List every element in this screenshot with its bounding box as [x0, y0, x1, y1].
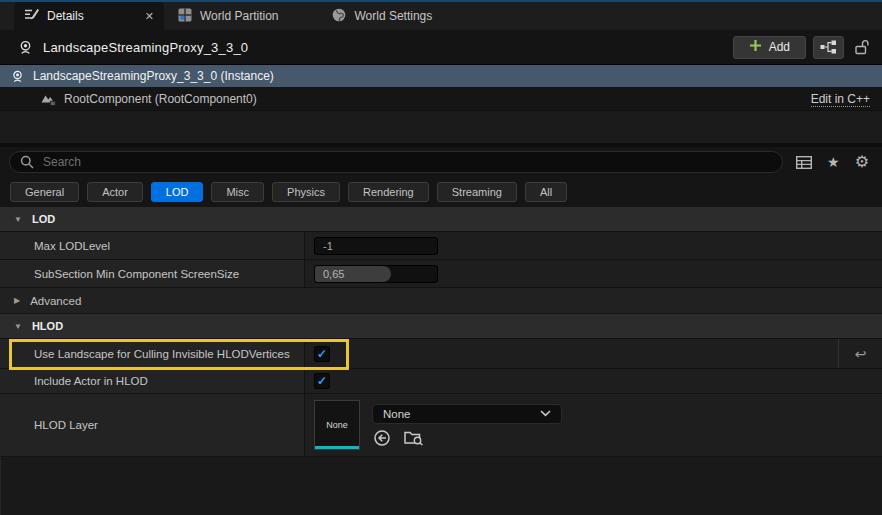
hierarchy-icon	[820, 40, 837, 54]
chevron-down-icon	[540, 410, 551, 417]
advanced-expander[interactable]: ▶ Advanced	[0, 288, 882, 314]
tab-label: World Partition	[200, 9, 278, 23]
property-label: Use Landscape for Culling Invisible HLOD…	[0, 339, 305, 368]
component-hierarchy-button[interactable]	[813, 36, 844, 59]
use-selected-asset-icon[interactable]	[373, 429, 391, 447]
search-box[interactable]	[9, 151, 783, 173]
filter-general[interactable]: General	[10, 182, 79, 202]
landscape-component-icon	[41, 93, 56, 106]
tab-label: Details	[47, 9, 84, 23]
category-filter-row: General Actor LOD Misc Physics Rendering…	[0, 177, 882, 207]
tree-row-root-component[interactable]: RootComponent (RootComponent0) Edit in C…	[0, 88, 882, 111]
close-icon[interactable]: ✕	[145, 10, 154, 23]
use-landscape-checkbox[interactable]: ✓	[314, 346, 330, 362]
tab-details[interactable]: Details ✕	[14, 2, 164, 30]
property-label: SubSection Min Component ScreenSize	[0, 260, 305, 287]
property-row-subsection-min: SubSection Min Component ScreenSize 0,65	[0, 260, 882, 288]
hlod-layer-thumbnail[interactable]: None	[314, 400, 360, 450]
asset-buttons	[372, 429, 562, 447]
world-partition-icon	[178, 8, 192, 25]
reset-arrow-icon: ↩	[855, 346, 867, 362]
slider-value: 0,65	[323, 268, 344, 280]
property-label: Max LODLevel	[0, 232, 305, 259]
tab-bar: Details ✕ World Partition World Settings	[0, 2, 882, 30]
filter-rendering[interactable]: Rendering	[348, 182, 429, 202]
property-row-include-actor-hlod: Include Actor in HLOD ✓	[0, 369, 882, 394]
edit-in-cpp-link[interactable]: Edit in C++	[811, 92, 870, 107]
tab-world-partition[interactable]: World Partition	[164, 2, 292, 30]
check-icon: ✓	[317, 374, 327, 388]
section-title: HLOD	[32, 320, 63, 332]
filter-all[interactable]: All	[525, 182, 567, 202]
settings-gear-icon[interactable]: ⚙	[855, 154, 869, 170]
filter-streaming[interactable]: Streaming	[437, 182, 517, 202]
chevron-down-icon: ▼	[14, 215, 22, 224]
tab-label: World Settings	[354, 9, 432, 23]
chevron-right-icon: ▶	[14, 296, 20, 305]
details-header: LandscapeStreamingProxy_3_3_0 Add	[0, 30, 882, 64]
add-button[interactable]: Add	[733, 36, 806, 59]
property-label: HLOD Layer	[0, 394, 305, 456]
favorites-star-icon[interactable]: ★	[827, 155, 840, 169]
browse-to-asset-icon[interactable]	[404, 429, 424, 446]
display-grid-icon[interactable]	[796, 156, 812, 169]
filter-physics[interactable]: Physics	[272, 182, 340, 202]
section-title: LOD	[32, 213, 55, 225]
check-icon: ✓	[317, 347, 327, 361]
filter-misc[interactable]: Misc	[211, 182, 264, 202]
search-icon	[20, 155, 34, 169]
section-header-lod[interactable]: ▼ LOD	[0, 207, 882, 232]
tab-world-settings[interactable]: World Settings	[318, 2, 446, 30]
component-tree: LandscapeStreamingProxy_3_3_0 (Instance)…	[0, 64, 882, 143]
property-row-use-landscape-culling: Use Landscape for Culling Invisible HLOD…	[0, 339, 882, 369]
dropdown-value: None	[383, 408, 411, 420]
filter-lod[interactable]: LOD	[151, 182, 204, 202]
property-grid: ▼ LOD Max LODLevel SubSection Min Compon…	[0, 207, 882, 515]
property-row-hlod-layer: HLOD Layer None None	[0, 394, 882, 457]
max-lod-level-input[interactable]	[314, 237, 438, 255]
details-tab-icon	[24, 8, 39, 24]
plus-icon	[749, 39, 762, 55]
empty-area	[0, 457, 882, 515]
property-row-max-lod-level: Max LODLevel	[0, 232, 882, 260]
hlod-layer-dropdown[interactable]: None	[372, 404, 562, 424]
filter-actor[interactable]: Actor	[87, 182, 143, 202]
reset-to-default-button[interactable]: ↩	[838, 339, 882, 368]
search-toolbar: ★ ⚙	[796, 154, 869, 170]
section-header-hlod[interactable]: ▼ HLOD	[0, 314, 882, 339]
unlock-icon[interactable]	[855, 39, 869, 55]
chevron-down-icon: ▼	[14, 322, 22, 331]
search-row: ★ ⚙	[0, 147, 882, 177]
actor-icon	[18, 40, 33, 55]
selected-actor-title: LandscapeStreamingProxy_3_3_0	[43, 40, 248, 55]
include-actor-checkbox[interactable]: ✓	[314, 373, 330, 389]
instance-label: LandscapeStreamingProxy_3_3_0 (Instance)	[33, 69, 274, 83]
add-label: Add	[769, 40, 790, 54]
thumbnail-accent-bar	[315, 446, 359, 449]
thumbnail-label: None	[326, 420, 348, 430]
root-component-label: RootComponent (RootComponent0)	[64, 92, 257, 106]
subsection-min-slider[interactable]: 0,65	[314, 265, 438, 283]
advanced-label: Advanced	[30, 295, 81, 307]
tree-row-instance[interactable]: LandscapeStreamingProxy_3_3_0 (Instance)	[0, 65, 882, 88]
world-settings-icon	[332, 8, 346, 25]
details-panel: Details ✕ World Partition World Settings	[0, 0, 882, 515]
search-input[interactable]	[43, 155, 772, 169]
actor-icon	[11, 70, 24, 83]
property-label: Include Actor in HLOD	[0, 369, 305, 393]
